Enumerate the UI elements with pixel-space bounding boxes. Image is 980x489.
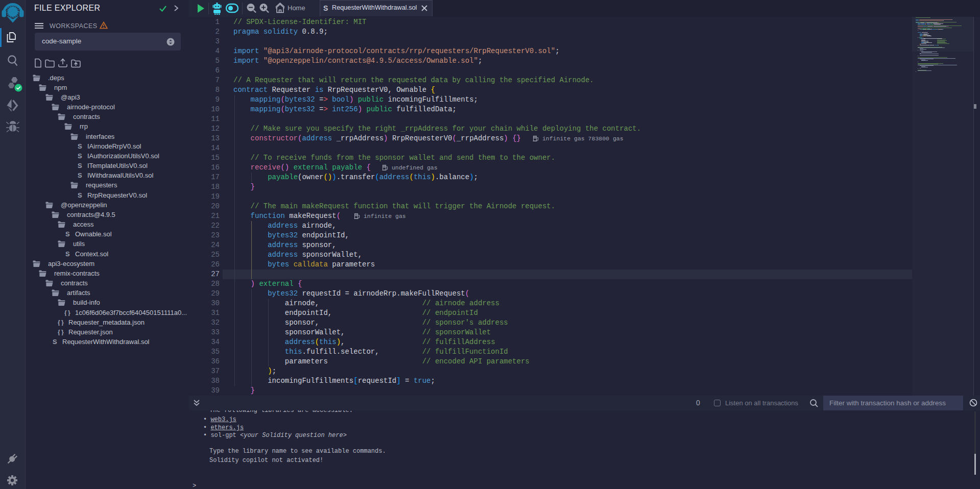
svg-text:S: S xyxy=(78,172,82,179)
svg-text:S: S xyxy=(78,153,82,159)
svg-text:S: S xyxy=(65,251,70,257)
svg-text:S: S xyxy=(65,231,70,237)
svg-text:{ }: { } xyxy=(58,319,64,326)
svg-text:S: S xyxy=(78,143,82,150)
svg-text:S: S xyxy=(53,338,57,345)
svg-text:{ }: { } xyxy=(58,329,64,335)
svg-text:{ }: { } xyxy=(64,309,70,316)
svg-text:S: S xyxy=(78,162,82,169)
svg-text:S: S xyxy=(78,192,82,199)
